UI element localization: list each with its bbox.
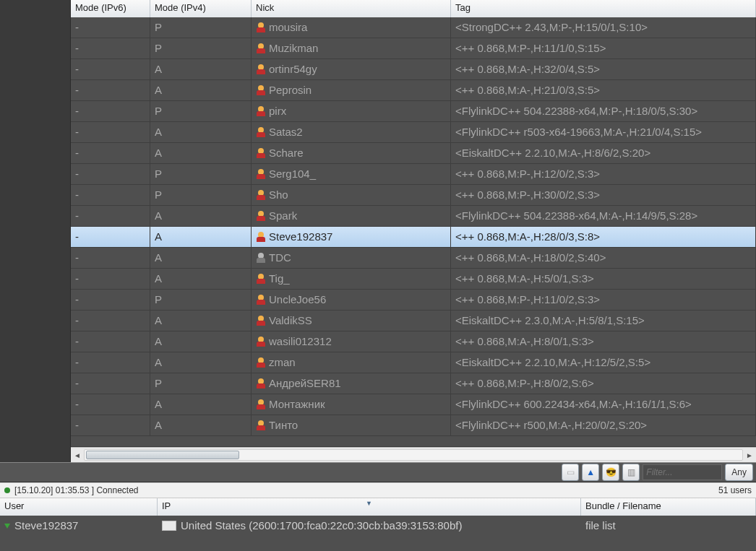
filter-input[interactable] bbox=[643, 464, 722, 480]
user-row[interactable]: -PUncleJoe56<++ 0.868,M:P-,H:11/0/2,S:3> bbox=[71, 290, 756, 311]
user-row[interactable]: -Awasili012312<++ 0.868,M:A-,H:8/0/1,S:3… bbox=[71, 331, 756, 352]
column-header-tag[interactable]: Tag bbox=[451, 0, 756, 17]
scroll-right-icon[interactable]: ► bbox=[743, 448, 756, 461]
cell-mode-ipv6: - bbox=[71, 415, 150, 435]
nick-label: TDC bbox=[269, 248, 291, 268]
horizontal-scrollbar[interactable]: ◄ ► bbox=[71, 447, 756, 462]
cell-mode-ipv4: A bbox=[150, 59, 252, 79]
cell-tag: <++ 0.868,M:A-,H:32/0/4,S:5> bbox=[451, 59, 756, 79]
cell-tag: <++ 0.868,M:P-,H:11/1/0,S:15> bbox=[451, 38, 756, 58]
user-icon bbox=[256, 420, 266, 430]
cell-mode-ipv6: - bbox=[71, 164, 150, 184]
cell-mode-ipv6: - bbox=[71, 290, 150, 310]
user-row[interactable]: -ATig_<++ 0.868,M:A-,H:5/0/1,S:3> bbox=[71, 269, 756, 290]
cell-mode-ipv6: - bbox=[71, 227, 150, 247]
cell-mode-ipv4: A bbox=[150, 122, 252, 142]
cell-tag: <++ 0.868,M:A-,H:8/0/1,S:3> bbox=[451, 331, 756, 352]
status-timestamp: [15.10.20] 01:35.53 ] bbox=[14, 485, 94, 495]
page-icon: ▭ bbox=[567, 467, 575, 477]
cell-mode-ipv4: A bbox=[150, 331, 252, 352]
user-row[interactable]: -Ppirx<FlylinkDC++ 504.22388-x64,M:P-,H:… bbox=[71, 101, 756, 122]
nick-label: Steve192837 bbox=[269, 227, 332, 247]
user-row[interactable]: -ASteve192837<++ 0.868,M:A-,H:28/0/3,S:8… bbox=[71, 227, 756, 248]
scroll-left-icon[interactable]: ◄ bbox=[71, 448, 84, 461]
cell-mode-ipv6: - bbox=[71, 248, 150, 268]
toolbar-button-1[interactable]: ▭ bbox=[562, 464, 579, 481]
download-arrow-icon bbox=[4, 524, 10, 529]
cell-mode-ipv4: P bbox=[150, 164, 252, 184]
user-row[interactable]: -ASpark<FlylinkDC++ 504.22388-x64,M:A-,H… bbox=[71, 206, 756, 227]
column-header-ip[interactable]: IP ▼ bbox=[158, 498, 581, 516]
transfer-row[interactable]: Steve192837United States (2600:1700:fca0… bbox=[0, 516, 756, 536]
cell-mode-ipv4: P bbox=[150, 17, 252, 38]
column-header-ip-label: IP bbox=[162, 500, 171, 511]
column-header-mode-ipv6[interactable]: Mode (IPv6) bbox=[71, 0, 150, 17]
cell-tag: <++ 0.868,M:P-,H:8/0/2,S:6> bbox=[451, 373, 756, 394]
user-row[interactable]: -Aortinr54gy<++ 0.868,M:A-,H:32/0/4,S:5> bbox=[71, 59, 756, 80]
nick-label: АндрейSER81 bbox=[269, 373, 341, 394]
cell-mode-ipv4: A bbox=[150, 206, 252, 226]
user-row[interactable]: -PSerg104_<++ 0.868,M:P-,H:12/0/2,S:3> bbox=[71, 164, 756, 185]
cell-mode-ipv6: - bbox=[71, 59, 150, 79]
cell-mode-ipv4: A bbox=[150, 415, 252, 435]
user-row[interactable]: -PMuzikman<++ 0.868,M:P-,H:11/1/0,S:15> bbox=[71, 38, 756, 59]
user-list-panel: Mode (IPv6) Mode (IPv4) Nick Tag -Pmousi… bbox=[71, 0, 756, 462]
cell-mode-ipv6: - bbox=[71, 394, 150, 415]
cell-transfer-file: file list bbox=[581, 516, 756, 536]
filter-toolbar: ▭ ▲ 😎 ▥ Any bbox=[0, 462, 756, 482]
toolbar-button-3[interactable]: 😎 bbox=[602, 464, 619, 481]
user-list-area: Mode (IPv6) Mode (IPv4) Nick Tag -Pmousi… bbox=[0, 0, 756, 462]
user-row[interactable]: -PАндрейSER81<++ 0.868,M:P-,H:8/0/2,S:6> bbox=[71, 373, 756, 394]
country-flag-icon bbox=[162, 521, 176, 531]
user-row[interactable]: -AМонтажник<FlylinkDC++ 600.22434-x64,M:… bbox=[71, 394, 756, 415]
cell-transfer-user: Steve192837 bbox=[0, 516, 158, 536]
user-row[interactable]: -PSho<++ 0.868,M:P-,H:30/0/2,S:3> bbox=[71, 185, 756, 206]
user-row[interactable]: -AValdikSS<EiskaltDC++ 2.3.0,M:A-,H:5/8/… bbox=[71, 311, 756, 331]
user-icon bbox=[256, 378, 266, 389]
user-list-rows: -Pmousira<StrongDC++ 2.43,M:P-,H:15/0/1,… bbox=[71, 17, 756, 446]
user-list-column-header: Mode (IPv6) Mode (IPv4) Nick Tag bbox=[71, 0, 756, 18]
nick-label: pirx bbox=[269, 101, 286, 121]
status-dot-icon bbox=[4, 487, 10, 493]
scrollbar-track[interactable] bbox=[84, 449, 743, 461]
cell-mode-ipv4: A bbox=[150, 248, 252, 268]
user-row[interactable]: -ATDC<++ 0.868,M:A-,H:18/0/2,S:40> bbox=[71, 248, 756, 269]
cell-nick: АндрейSER81 bbox=[252, 373, 451, 394]
user-row[interactable]: -APeprosin<++ 0.868,M:A-,H:21/0/3,S:5> bbox=[71, 80, 756, 101]
cell-transfer-ip: United States (2600:1700:fca0:22c0:30cb:… bbox=[158, 516, 581, 536]
cell-nick: Sho bbox=[252, 185, 451, 205]
cell-mode-ipv4: A bbox=[150, 269, 252, 289]
user-icon bbox=[256, 148, 266, 158]
cell-tag: <FlylinkDC++ r500,M:A-,H:20/0/2,S:20> bbox=[451, 415, 756, 435]
column-header-user[interactable]: User bbox=[0, 498, 158, 516]
cell-mode-ipv4: P bbox=[150, 101, 252, 121]
cell-nick: Tig_ bbox=[252, 269, 451, 289]
nick-label: mousira bbox=[269, 17, 307, 38]
user-icon bbox=[256, 85, 266, 95]
toolbar-button-4[interactable]: ▥ bbox=[622, 464, 640, 481]
nick-label: Schare bbox=[269, 143, 304, 163]
column-header-bundle[interactable]: Bundle / Filename bbox=[581, 498, 756, 516]
user-row[interactable]: -ASatas2<FlylinkDC++ r503-x64-19663,M:A-… bbox=[71, 122, 756, 143]
column-header-mode-ipv4[interactable]: Mode (IPv4) bbox=[150, 0, 252, 17]
user-row[interactable]: -Pmousira<StrongDC++ 2.43,M:P-,H:15/0/1,… bbox=[71, 17, 756, 38]
cell-nick: ValdikSS bbox=[252, 311, 451, 331]
user-row[interactable]: -Azman<EiskaltDC++ 2.2.10,M:A-,H:12/5/2,… bbox=[71, 352, 756, 373]
user-icon bbox=[256, 169, 266, 179]
user-row[interactable]: -ASchare<EiskaltDC++ 2.2.10,M:A-,H:8/6/2… bbox=[71, 143, 756, 164]
scrollbar-thumb[interactable] bbox=[86, 451, 239, 459]
cell-mode-ipv4: A bbox=[150, 394, 252, 415]
nick-label: Peprosin bbox=[269, 80, 312, 100]
toolbar-button-2[interactable]: ▲ bbox=[582, 464, 599, 481]
column-header-nick[interactable]: Nick bbox=[252, 0, 451, 17]
cell-mode-ipv4: A bbox=[150, 227, 252, 247]
cell-nick: Muzikman bbox=[252, 38, 451, 58]
cell-mode-ipv4: A bbox=[150, 80, 252, 100]
cell-tag: <FlylinkDC++ 600.22434-x64,M:A-,H:16/1/1… bbox=[451, 394, 756, 415]
nick-label: UncleJoe56 bbox=[269, 290, 326, 310]
filter-any-dropdown[interactable]: Any bbox=[725, 464, 753, 481]
user-icon bbox=[256, 399, 266, 409]
user-row[interactable]: -AТинто<FlylinkDC++ r500,M:A-,H:20/0/2,S… bbox=[71, 415, 756, 436]
cell-tag: <FlylinkDC++ 504.22388-x64,M:A-,H:14/9/5… bbox=[451, 206, 756, 226]
transfer-column-header: User IP ▼ Bundle / Filename bbox=[0, 498, 756, 516]
